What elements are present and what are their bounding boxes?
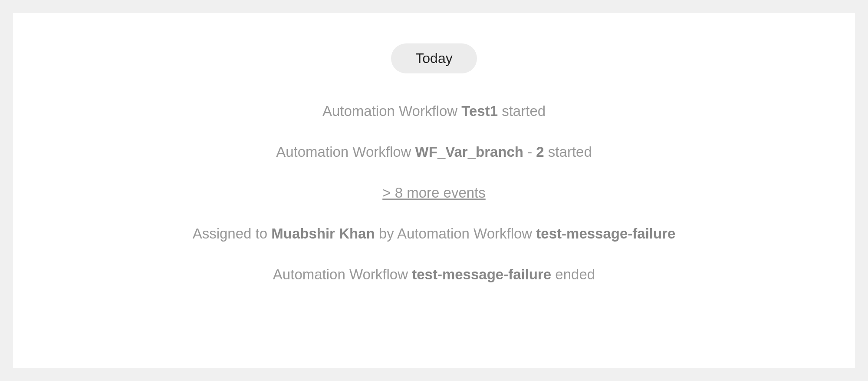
event-text: by Automation Workflow (375, 225, 536, 242)
event-text: - (523, 144, 536, 160)
event-bold: 2 (536, 144, 544, 160)
event-line-4: Automation Workflow test-message-failure… (273, 266, 595, 283)
event-bold: WF_Var_branch (415, 144, 523, 160)
event-text: started (544, 144, 592, 160)
event-text: Automation Workflow (322, 103, 461, 119)
event-bold: Muabshir Khan (271, 225, 375, 242)
date-badge: Today (391, 43, 477, 73)
event-text: Assigned to (193, 225, 272, 242)
event-line-1: Automation Workflow Test1 started (322, 103, 546, 119)
event-bold: Test1 (461, 103, 498, 119)
event-text: Automation Workflow (273, 266, 412, 282)
activity-card: Today Automation Workflow Test1 started … (13, 13, 855, 368)
event-line-2: Automation Workflow WF_Var_branch - 2 st… (276, 144, 592, 160)
event-text: started (498, 103, 546, 119)
event-bold: test-message-failure (412, 266, 551, 282)
event-text: ended (551, 266, 595, 282)
event-bold: test-message-failure (536, 225, 675, 242)
event-text: Automation Workflow (276, 144, 415, 160)
event-line-3: Assigned to Muabshir Khan by Automation … (193, 225, 676, 242)
more-events-link[interactable]: > 8 more events (382, 185, 486, 201)
